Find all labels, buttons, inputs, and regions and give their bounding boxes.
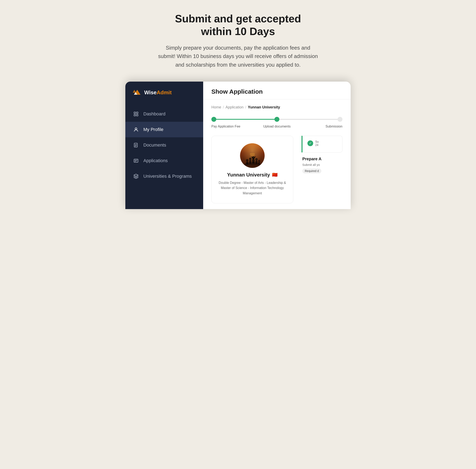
hero-title: Submit and get accepted within 10 Days <box>158 12 318 38</box>
progress-label-1: Pay Application Fee <box>211 125 255 128</box>
svg-point-13 <box>246 159 248 162</box>
university-flag: 🇨🇳 <box>272 172 278 178</box>
svg-rect-18 <box>252 159 254 164</box>
dashboard-icon <box>133 111 139 117</box>
university-image <box>240 143 265 168</box>
prepare-title: Prepare A <box>302 157 337 161</box>
check-icon: ✓ <box>307 140 313 146</box>
progress-labels: Pay Application Fee Upload documents Sub… <box>211 125 342 128</box>
logo-icon <box>133 89 142 96</box>
prepare-section: Prepare A Submit all yo Required d <box>297 152 342 178</box>
svg-point-25 <box>250 153 255 157</box>
svg-rect-1 <box>136 112 138 114</box>
dashboard-label: Dashboard <box>143 111 165 117</box>
svg-point-4 <box>135 128 137 130</box>
applications-label: Applications <box>143 158 168 163</box>
svg-point-21 <box>258 160 260 162</box>
main-content: Show Application Home / Application / Yu… <box>203 82 351 209</box>
svg-rect-14 <box>246 162 248 164</box>
universities-icon <box>133 173 139 180</box>
svg-rect-16 <box>249 160 251 164</box>
university-name: Yunnan University 🇨🇳 <box>218 172 286 178</box>
documents-label: Documents <box>143 142 166 148</box>
breadcrumb-section[interactable]: Application <box>225 105 243 109</box>
svg-rect-22 <box>258 162 260 164</box>
universities-label: Universities & Programs <box>143 174 192 179</box>
sidebar-item-applications[interactable]: Applications <box>125 153 203 168</box>
required-badge: Required d <box>302 168 321 173</box>
status-date: 24 <box>315 143 319 147</box>
progress-section: Pay Application Fee Upload documents Sub… <box>211 117 342 128</box>
documents-icon <box>133 142 139 148</box>
my-profile-label: My Profile <box>143 127 163 132</box>
progress-dot-3 <box>337 117 342 122</box>
status-check: ✓ Su 24 <box>307 140 337 147</box>
prepare-text: Submit all yo <box>302 163 337 167</box>
svg-point-15 <box>249 158 252 160</box>
progress-dots <box>211 117 342 122</box>
svg-rect-20 <box>255 161 257 164</box>
logo-area: WiseAdmit <box>125 89 203 106</box>
app-window: WiseAdmit Dashboard <box>125 82 351 209</box>
logo-text: WiseAdmit <box>144 89 172 96</box>
breadcrumb-sep-1: / <box>223 105 224 109</box>
university-image-inner <box>240 143 265 168</box>
progress-label-3: Submission <box>299 125 342 128</box>
hero-subtitle: Simply prepare your documents, pay the a… <box>158 44 318 69</box>
cards-row: Yunnan University 🇨🇳 Double Degree - Mas… <box>211 136 342 203</box>
progress-dot-1 <box>211 117 216 122</box>
hero-section: Submit and get accepted within 10 Days S… <box>158 12 318 69</box>
university-program: Double Degree - Master of Arts - Leaders… <box>218 180 286 196</box>
breadcrumb: Home / Application / Yunnan University <box>211 105 342 109</box>
svg-rect-0 <box>134 112 136 114</box>
progress-label-2: Upload documents <box>255 125 299 128</box>
status-label: Su <box>315 140 319 143</box>
sidebar-item-dashboard[interactable]: Dashboard <box>125 106 203 122</box>
svg-rect-9 <box>134 159 138 162</box>
svg-rect-3 <box>136 114 138 116</box>
sidebar: WiseAdmit Dashboard <box>125 82 203 209</box>
university-card: Yunnan University 🇨🇳 Double Degree - Mas… <box>211 136 293 203</box>
right-panel: ✓ Su 24 Prepare A Submit all yo Required… <box>297 136 342 178</box>
content-area: Home / Application / Yunnan University <box>203 100 351 209</box>
status-card: ✓ Su 24 <box>301 136 342 152</box>
sidebar-item-universities[interactable]: Universities & Programs <box>125 168 203 184</box>
progress-track <box>211 117 342 122</box>
svg-rect-2 <box>134 114 136 116</box>
breadcrumb-sep-2: / <box>245 105 246 109</box>
university-name-text: Yunnan University <box>227 172 270 178</box>
page-header: Show Application <box>203 82 351 100</box>
sidebar-item-my-profile[interactable]: My Profile <box>125 122 203 137</box>
sidebar-nav: Dashboard My Profile <box>125 106 203 184</box>
breadcrumb-current: Yunnan University <box>248 105 280 109</box>
progress-dot-2 <box>274 117 279 122</box>
profile-icon <box>133 126 139 133</box>
status-info: Su 24 <box>315 140 319 147</box>
breadcrumb-home[interactable]: Home <box>211 105 221 109</box>
sidebar-item-documents[interactable]: Documents <box>125 137 203 153</box>
page-title: Show Application <box>211 88 342 95</box>
applications-icon <box>133 157 139 164</box>
crowd-svg <box>243 153 262 166</box>
svg-point-19 <box>255 158 258 161</box>
